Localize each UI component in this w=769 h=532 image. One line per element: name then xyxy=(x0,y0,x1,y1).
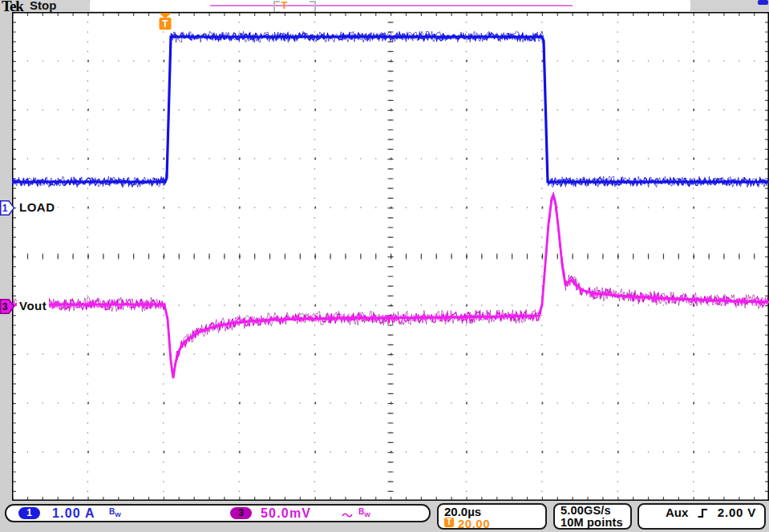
top-status-bar: Tek Stop T xyxy=(0,0,769,12)
trigger-t-icon: T xyxy=(444,518,454,527)
ch1-scale-readout: 1.00 A xyxy=(52,506,95,521)
acquisition-status: Stop xyxy=(30,0,56,12)
ch3-trace-label: Vout xyxy=(17,298,49,313)
readout-bar: 1 1.00 A BW 3 50.0mV BW 20.0µs T 20.00 %… xyxy=(0,501,769,532)
record-window-right-bracket[interactable] xyxy=(310,1,316,13)
ch3-badge: 3 xyxy=(230,507,252,519)
ch1-trace-label: LOAD xyxy=(17,200,58,215)
ch1-bandwidth-limit-icon: BW xyxy=(109,506,121,521)
trigger-level: 2.00 V xyxy=(718,506,756,519)
channel-readout-box[interactable]: 1 1.00 A BW 3 50.0mV BW xyxy=(5,504,431,522)
ch3-scale-readout: 50.0mV xyxy=(261,506,311,521)
trigger-position-percent: 20.00 % xyxy=(458,517,490,532)
rising-edge-icon xyxy=(697,507,709,522)
record-trigger-position-icon[interactable]: T xyxy=(280,0,289,10)
record-window-left-bracket[interactable] xyxy=(273,1,280,13)
ch3-coupling-squiggle-icon xyxy=(342,508,353,522)
ch1-ground-marker[interactable]: 1 xyxy=(0,200,15,216)
ch1-trace-noise xyxy=(12,31,769,187)
waveform-display[interactable] xyxy=(12,12,769,501)
timebase-readout-box[interactable]: 20.0µs T 20.00 % xyxy=(437,503,547,530)
ch3-bandwidth-limit-icon: BW xyxy=(358,506,370,521)
waveform-traces xyxy=(12,12,769,501)
record-length: 10M points xyxy=(561,516,623,529)
trigger-source: Aux xyxy=(666,506,688,519)
trigger-position-flag[interactable]: T xyxy=(156,12,174,32)
ch1-trace xyxy=(12,37,769,182)
record-waveform-line xyxy=(210,5,573,6)
trigger-flag-arrow-icon xyxy=(159,13,172,18)
ch3-marker-number: 3 xyxy=(2,301,8,312)
ch3-trace-noise xyxy=(12,196,769,376)
record-view-panel[interactable]: T xyxy=(90,0,690,11)
ch1-marker-number: 1 xyxy=(2,203,8,214)
ch3-trace xyxy=(12,195,769,378)
record-view-channel-icon xyxy=(758,0,768,5)
ch1-badge: 1 xyxy=(18,507,40,519)
trigger-flag-label: T xyxy=(162,18,168,30)
trigger-readout-box[interactable]: Aux 2.00 V xyxy=(637,503,766,530)
acquisition-readout-box[interactable]: 5.00GS/s 10M points xyxy=(553,503,632,530)
ch3-ground-marker[interactable]: 3 xyxy=(0,299,15,314)
sample-rate: 5.00GS/s xyxy=(561,504,611,517)
